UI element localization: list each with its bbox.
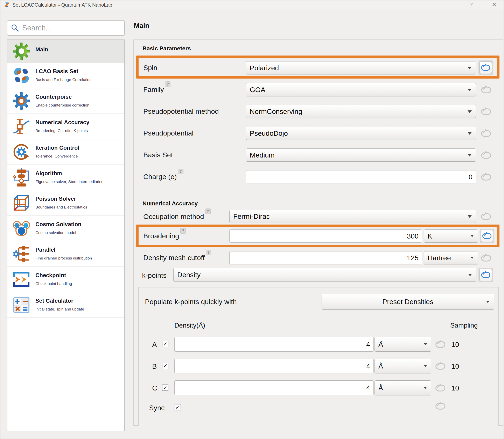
pseudo-method-reset-button[interactable] <box>481 107 491 117</box>
sidebar-item-label: Iteration Control <box>35 145 79 151</box>
pseudo-reset-button[interactable] <box>481 128 491 139</box>
basis-set-value: Medium <box>250 151 275 159</box>
sidebar-item-main[interactable]: Main <box>7 40 124 63</box>
axis-b-checkbox[interactable]: ✓ <box>162 363 168 369</box>
chevron-down-icon <box>424 365 427 367</box>
preset-densities-button[interactable]: Preset Densities <box>322 294 494 310</box>
axis-c-unit-combobox[interactable]: Å <box>375 380 431 395</box>
family-reset-button[interactable] <box>481 85 491 95</box>
sync-label: Sync <box>149 404 165 412</box>
sidebar-item-label: Counterpoise <box>35 94 89 100</box>
search-input[interactable] <box>22 24 124 32</box>
reset-icon <box>481 270 491 280</box>
sidebar: Main LCAO Basis Set Basis and Exchange-C… <box>7 39 125 431</box>
axis-b-reset-button[interactable] <box>435 361 446 371</box>
chevron-down-icon <box>467 110 472 113</box>
help-badge[interactable]: ? <box>178 169 183 174</box>
basis-set-label: Basis Set <box>143 151 173 159</box>
broadening-label: Broadening? <box>143 232 186 240</box>
help-badge[interactable]: ? <box>180 228 186 233</box>
axis-b-density-input[interactable] <box>174 359 374 373</box>
sidebar-item-subtitle: Fine grained process distribution <box>35 256 92 260</box>
charge-reset-button[interactable] <box>481 172 491 182</box>
sync-reset-button[interactable] <box>435 401 446 411</box>
pseudo-combobox[interactable]: PseudoDojo <box>246 127 476 140</box>
basis-set-reset-button[interactable] <box>481 150 491 160</box>
sidebar-item-parallel[interactable]: Parallel Fine grained process distributi… <box>7 241 124 267</box>
help-badge[interactable]: ? <box>165 81 170 87</box>
gear-icon <box>12 42 30 60</box>
help-badge[interactable]: ? <box>205 208 211 214</box>
close-button[interactable]: ✕ <box>488 1 500 8</box>
mesh-cutoff-reset-button[interactable] <box>481 253 491 263</box>
sidebar-item-iteration-control[interactable]: Iteration Control Tolerance, Convergence <box>7 139 124 165</box>
kpoints-reset-button[interactable] <box>478 268 493 282</box>
chevron-down-icon <box>470 235 474 237</box>
broadening-reset-button[interactable] <box>480 229 494 243</box>
pseudo-method-combobox[interactable]: NormConserving <box>246 105 476 118</box>
app-icon <box>4 2 10 8</box>
axis-c-sampling: 10 <box>451 384 459 392</box>
error-bar-icon <box>12 117 30 135</box>
sidebar-item-lcao-basis-set[interactable]: LCAO Basis Set Basis and Exchange-Correl… <box>7 63 124 88</box>
charge-input[interactable] <box>246 170 476 183</box>
axis-a-density-input[interactable] <box>174 337 374 352</box>
broadening-input[interactable] <box>229 230 422 243</box>
occupation-reset-button[interactable] <box>481 211 491 222</box>
chevron-down-icon <box>424 343 427 345</box>
page-title: Main <box>134 22 149 30</box>
iteration-loop-icon <box>12 143 30 161</box>
axis-c-checkbox[interactable]: ✓ <box>162 385 168 391</box>
family-combobox[interactable]: GGA <box>246 83 476 96</box>
pseudo-method-label: Pseudopotential method <box>143 107 219 115</box>
cube-icon <box>12 194 30 212</box>
mesh-cutoff-unit-combobox[interactable]: Hartree <box>424 251 478 264</box>
axis-c-density-input[interactable] <box>174 380 374 395</box>
mesh-cutoff-input[interactable] <box>229 251 422 264</box>
checkpoint-arrows-icon <box>12 270 30 289</box>
sidebar-item-algorithm[interactable]: Algorithm Eigenvalue solver, Store inter… <box>7 165 124 190</box>
process-tree-icon <box>12 245 30 263</box>
axis-b-unit-combobox[interactable]: Å <box>375 359 431 373</box>
spin-reset-button[interactable] <box>478 61 493 75</box>
spin-combobox[interactable]: Polarized <box>246 61 476 74</box>
section-basic-parameters: Basic Parameters <box>142 45 191 52</box>
check-icon: ✓ <box>163 363 168 369</box>
axis-c-reset-button[interactable] <box>435 383 446 393</box>
sidebar-item-cosmo-solvation[interactable]: Cosmo Solvation Cosmo solvation model <box>7 216 124 241</box>
axis-a-unit-combobox[interactable]: Å <box>375 337 431 352</box>
axis-b-sampling: 10 <box>451 362 459 370</box>
family-value: GGA <box>250 86 265 94</box>
check-icon: ✓ <box>163 385 168 391</box>
sidebar-item-set-calculator[interactable]: Set Calculator Initial state, spin and u… <box>7 293 124 318</box>
axis-a-unit: Å <box>378 340 383 348</box>
occupation-combobox[interactable]: Fermi-Dirac <box>229 210 476 223</box>
sidebar-item-subtitle: Broadening, Cut-offs, K-points <box>35 129 89 133</box>
sidebar-item-subtitle: Check point handling <box>35 281 72 286</box>
search-icon <box>11 24 19 32</box>
axis-a-reset-button[interactable] <box>435 339 446 350</box>
charge-label: Charge (e)? <box>143 173 183 181</box>
occupation-label: Occupation method? <box>143 213 211 221</box>
spin-value: Polarized <box>250 64 279 72</box>
broadening-unit-combobox[interactable]: K <box>424 230 478 243</box>
basis-set-combobox[interactable]: Medium <box>246 148 476 162</box>
axis-a-checkbox[interactable]: ✓ <box>162 341 168 347</box>
populate-label: Populate k-points quickly with <box>145 298 237 306</box>
reset-icon <box>482 231 492 241</box>
sidebar-item-poisson-solver[interactable]: Poisson Solver Boundaries and Electrosta… <box>7 190 124 216</box>
window-title: Set LCAOCalculator - QuantumATK NanoLab <box>12 2 112 8</box>
sidebar-item-label: LCAO Basis Set <box>35 68 92 75</box>
sidebar-item-label: Main <box>35 47 48 53</box>
sidebar-item-numerical-accuracy[interactable]: Numerical Accuracy Broadening, Cut-offs,… <box>7 114 124 139</box>
sidebar-item-checkpoint[interactable]: Checkpoint Check point handling <box>7 267 124 293</box>
help-badge[interactable]: ? <box>206 250 211 255</box>
kpoints-combobox[interactable]: Density <box>173 268 477 282</box>
help-button[interactable]: ? <box>465 1 477 8</box>
pseudo-method-value: NormConserving <box>250 108 302 116</box>
sidebar-item-label: Checkpoint <box>35 272 72 279</box>
dialog-window: Set LCAOCalculator - QuantumATK NanoLab … <box>0 0 504 439</box>
sync-checkbox[interactable]: ✓ <box>175 404 181 410</box>
reset-icon <box>481 63 491 72</box>
sidebar-item-counterpoise[interactable]: Counterpoise Enable counterpoise correct… <box>7 88 124 114</box>
